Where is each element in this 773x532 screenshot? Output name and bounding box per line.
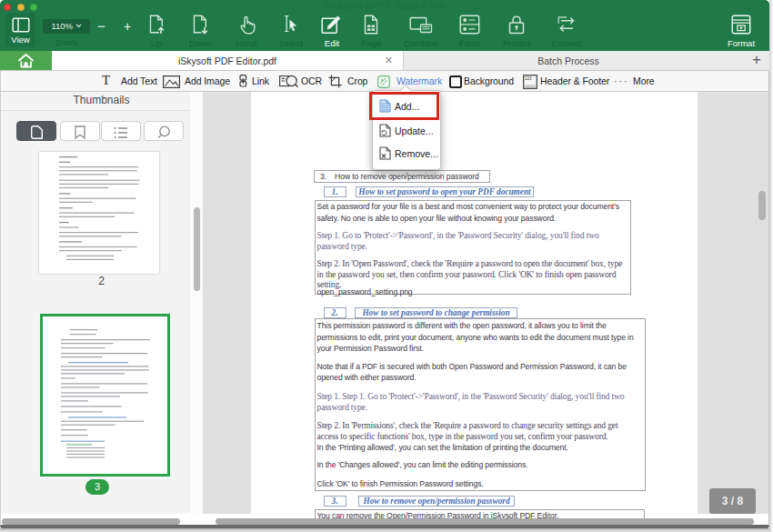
svg-text:123: 123 — [525, 75, 532, 80]
